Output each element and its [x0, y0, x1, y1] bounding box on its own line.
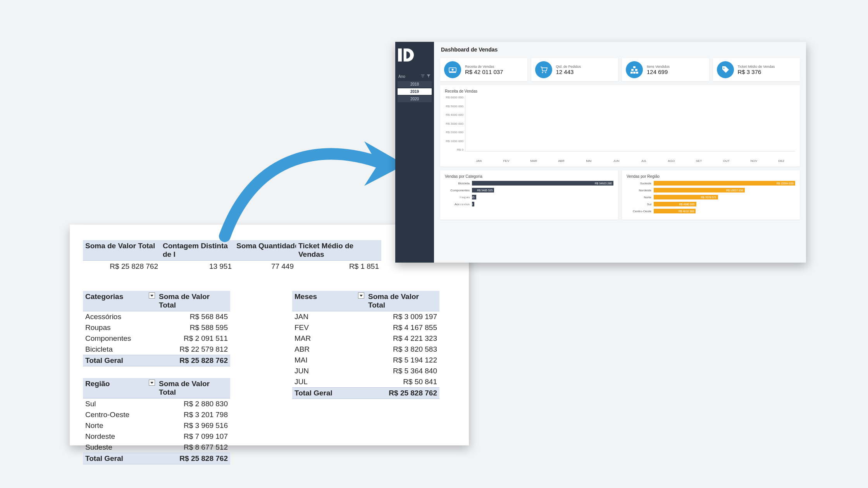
year-button-2019[interactable]: 2019 [398, 88, 432, 95]
filter-icon[interactable] [426, 74, 431, 78]
top-h2: Contagem Distinta de I [160, 240, 234, 261]
dashboard-title: Dashboard de Vendas [440, 46, 800, 54]
kpi-label: Qtd. de Pedidos [556, 65, 581, 69]
regiao-chart-title: Vendas por Região [627, 174, 795, 179]
table-row: ABRR$ 3 820 583 [292, 344, 439, 355]
kpi-value: R$ 42 011 037 [465, 69, 503, 75]
top-h3: Soma Quantidade [234, 240, 296, 261]
y-tick: R$ 5000 000 [446, 105, 463, 108]
cell-label: Bicicleta [83, 344, 157, 355]
hbar: R$ 34923 280 [472, 181, 613, 186]
kpi-row: Receita de VendasR$ 42 011 037Qtd. de Pe… [440, 58, 800, 81]
hbar-row: Centro-OesteR$ 4618 388 [627, 209, 795, 213]
cell-label: Centro-Oeste [83, 409, 157, 420]
svg-rect-7 [631, 69, 634, 71]
cell-value: R$ 3 820 583 [366, 344, 439, 355]
hbar-track: R$ 590 258 [472, 202, 613, 206]
cell-label: Acessórios [83, 311, 157, 322]
sidebar-filter-label: Ano [398, 74, 405, 79]
year-button-2020[interactable]: 2020 [398, 96, 432, 102]
y-tick: R$ 2000 000 [446, 131, 463, 134]
hbar-label: Componentes [445, 189, 470, 192]
cell-label: Sudeste [83, 442, 157, 453]
hbar-track: R$ 4618 388 [654, 209, 795, 213]
cell-label: JUL [292, 376, 366, 387]
cell-label: Nordeste [83, 431, 157, 442]
hbar-track: R$ 10037 658 [654, 188, 795, 192]
cell-value: R$ 22 579 812 [157, 344, 230, 355]
hbar-track: R$ 15594 830 [654, 181, 795, 186]
pivot-header: Soma de Valor Total [366, 291, 439, 311]
hbar-track: R$ 4680 995 [654, 202, 795, 206]
table-row: SulR$ 2 880 830 [83, 399, 230, 409]
table-row: BicicletaR$ 22 579 812 [83, 344, 230, 355]
hbar-label: Sudeste [627, 182, 651, 185]
table-row: MAIR$ 5 194 122 [292, 355, 439, 366]
cell-value: R$ 3 201 798 [157, 409, 230, 420]
kpi-label: Itens Vendidos [647, 65, 670, 69]
sort-icon[interactable] [420, 74, 425, 78]
kpi-icon [717, 61, 734, 78]
hbar-track: R$ 1011 985 [472, 195, 613, 199]
x-tick: FEV [493, 158, 520, 163]
table-row: Centro-OesteR$ 3 201 798 [83, 409, 230, 420]
x-tick: MAR [520, 158, 548, 163]
cell-value: R$ 5 364 840 [366, 366, 439, 376]
table-row: JANR$ 3 009 197 [292, 311, 439, 322]
hbar: R$ 590 258 [472, 202, 474, 206]
hbar: R$ 7078 571 [654, 195, 718, 199]
x-tick: NOV [740, 158, 768, 163]
cell-label: Roupas [83, 322, 157, 333]
dropdown-icon[interactable] [149, 292, 155, 299]
kpi-icon [535, 61, 552, 78]
top-v1: R$ 25 828 762 [83, 261, 160, 272]
hbar-row: SulR$ 4680 995 [627, 202, 795, 206]
svg-rect-6 [633, 66, 636, 68]
x-tick: AGO [658, 158, 685, 163]
dashboard-panel: Ano 201820192020 Dashboard de Vendas Rec… [395, 42, 806, 263]
x-tick: JUL [630, 158, 658, 163]
cell-value: R$ 588 595 [157, 322, 230, 333]
table-row: JULR$ 50 841 [292, 376, 439, 387]
cell-value: R$ 3 969 516 [157, 420, 230, 431]
hbar: R$ 1011 985 [472, 195, 476, 199]
dashboard-sidebar: Ano 201820192020 [395, 42, 434, 263]
cell-value: R$ 4 221 323 [366, 333, 439, 344]
x-tick: JUN [603, 158, 630, 163]
table-row: NorteR$ 3 969 516 [83, 420, 230, 431]
cell-label: ABR [292, 344, 366, 355]
hbar: R$ 4680 995 [654, 202, 696, 206]
cell-value: R$ 2 880 830 [157, 399, 230, 409]
kpi-label: Ticket Médio de Vendas [738, 65, 775, 69]
y-tick: R$ 1000 000 [446, 139, 463, 143]
top-v3: 77 449 [234, 261, 296, 272]
svg-rect-3 [449, 72, 456, 73]
cell-value: R$ 7 099 107 [157, 431, 230, 442]
hbar-row: ComponentesR$ 5485 525 [445, 188, 613, 192]
logo-icon [395, 46, 414, 64]
kpi-value: R$ 3 376 [738, 69, 775, 75]
dropdown-icon[interactable] [358, 292, 364, 299]
cell-value: R$ 4 167 855 [366, 322, 439, 333]
regiao-chart-card: Vendas por Região SudesteR$ 15594 830Nor… [622, 170, 800, 220]
svg-point-4 [542, 72, 543, 73]
table-total: Total GeralR$ 25 828 762 [83, 453, 230, 464]
hbar-row: RoupasR$ 1011 985 [445, 195, 613, 199]
svg-rect-11 [636, 72, 638, 74]
pivot-header: Meses [292, 291, 366, 311]
pivot-header: Soma de Valor Total [157, 378, 230, 398]
hbar-track: R$ 5485 525 [472, 188, 613, 192]
cell-value: R$ 8 677 512 [157, 442, 230, 453]
top-v4: R$ 1 851 [296, 261, 381, 272]
dashboard-main: Dashboard de Vendas Receita de VendasR$ … [434, 42, 806, 263]
total-label: Total Geral [292, 388, 366, 399]
cell-label: JUN [292, 366, 366, 376]
hbar-row: AcessóriosR$ 590 258 [445, 202, 613, 206]
pivot-header: Região [83, 378, 157, 398]
dropdown-icon[interactable] [149, 380, 155, 386]
x-tick: ABR [548, 158, 575, 163]
year-button-2018[interactable]: 2018 [398, 81, 432, 88]
table-row: ComponentesR$ 2 091 511 [83, 333, 230, 344]
table-row: AcessóriosR$ 568 845 [83, 311, 230, 322]
cell-label: Sul [83, 399, 157, 409]
